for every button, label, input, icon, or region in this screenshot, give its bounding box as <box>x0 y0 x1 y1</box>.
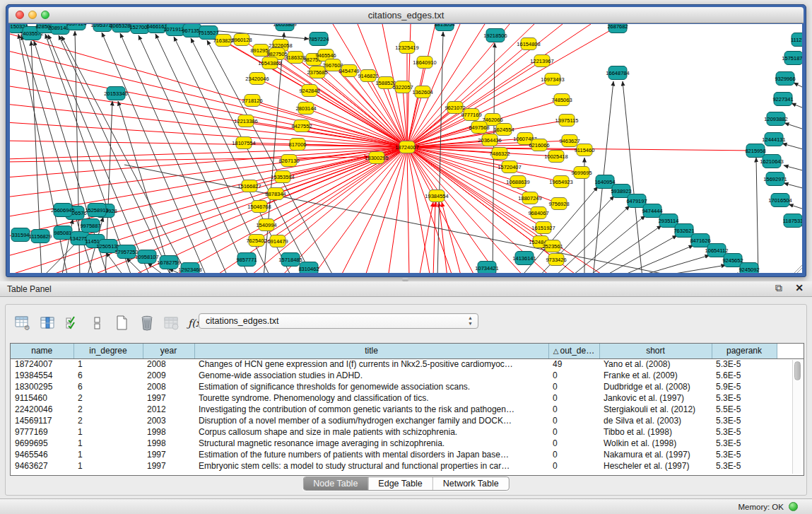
row-selection-button[interactable] <box>64 314 82 332</box>
network-node[interactable]: 8186328 <box>285 52 305 64</box>
network-node[interactable]: 15692971 <box>763 173 787 186</box>
network-node[interactable]: 17016504 <box>768 194 792 207</box>
tab-node-table[interactable]: Node Table <box>303 477 367 490</box>
network-node[interactable]: 15720407 <box>498 161 521 173</box>
window-resize-grip[interactable] <box>794 265 802 273</box>
network-node[interactable]: 19218506 <box>483 29 507 42</box>
network-node[interactable]: 10025418 <box>544 151 567 163</box>
network-node[interactable]: 2718126 <box>242 95 262 107</box>
network-node[interactable]: 16782759 <box>157 256 180 269</box>
network-node[interactable]: 8427552 <box>291 120 312 132</box>
network-node[interactable]: 16053809 <box>273 24 296 31</box>
network-node[interactable]: 1540994 <box>256 219 276 231</box>
network-node[interactable]: 16151927 <box>531 222 555 234</box>
column-header-year[interactable]: year <box>143 344 194 358</box>
network-node[interactable]: 7486322 <box>489 148 510 160</box>
select-columns-button[interactable] <box>39 314 57 332</box>
network-node[interactable]: 9756928 <box>548 198 569 210</box>
network-node[interactable]: 7857224 <box>308 33 329 46</box>
network-node[interactable]: 9537124 <box>66 24 86 30</box>
network-node[interactable]: 8813054 <box>434 24 454 31</box>
network-node[interactable]: 10958107 <box>135 250 158 264</box>
table-row[interactable]: 1456911722003Disruption of a novel membe… <box>11 415 804 426</box>
network-node[interactable]: 9857771 <box>236 253 257 267</box>
network-node[interactable]: 18107554 <box>232 137 255 149</box>
network-node[interactable]: 12923468 <box>178 263 201 274</box>
network-node[interactable]: 8878344 <box>265 188 286 200</box>
network-node[interactable]: 12093882 <box>764 112 787 126</box>
network-node[interactable]: 6914479 <box>267 235 288 247</box>
network-node[interactable]: 1187533 <box>783 214 802 228</box>
table-row[interactable]: 1830029562008Estimation of significance … <box>11 381 804 392</box>
network-node[interactable]: 18807249 <box>518 192 541 204</box>
network-node[interactable]: 9463627 <box>559 135 579 147</box>
tab-edge-table[interactable]: Edge Table <box>367 477 432 490</box>
network-node[interactable]: 15353594 <box>271 171 294 183</box>
network-node[interactable]: 6497568 <box>469 122 489 134</box>
network-node[interactable]: 15751874 <box>782 52 802 65</box>
network-node[interactable]: 7485063 <box>551 94 572 106</box>
network-node[interactable]: 15258913 <box>85 204 108 217</box>
table-row[interactable]: 977716911998Corpus callosum shape and si… <box>11 426 804 438</box>
network-node[interactable]: 18640910 <box>413 57 436 69</box>
network-node[interactable]: 9242848 <box>299 85 319 97</box>
network-node[interactable]: 9474444 <box>642 204 662 218</box>
network-node[interactable]: 16154808 <box>517 38 540 50</box>
table-row[interactable]: 969969511998Structural magnetic resonanc… <box>11 438 804 449</box>
network-node[interactable]: 13975115 <box>555 115 579 127</box>
network-node[interactable]: 6322057 <box>392 81 413 93</box>
network-node[interactable]: 8215958 <box>745 144 765 158</box>
column-header-title[interactable]: title <box>194 344 548 358</box>
network-node[interactable]: 8471626 <box>690 234 710 247</box>
network-node[interactable]: 10688639 <box>506 176 529 188</box>
network-node[interactable]: 9684067 <box>528 207 548 219</box>
network-node[interactable]: 8310462 <box>298 262 319 274</box>
network-node[interactable]: 9115460 <box>575 144 595 156</box>
network-node[interactable]: 6216066 <box>529 139 549 151</box>
network-node[interactable]: 8454749 <box>339 65 359 77</box>
network-node[interactable]: 23420046 <box>245 73 269 85</box>
network-node[interactable]: 2803144 <box>295 103 316 115</box>
network-node[interactable]: 7625402 <box>246 235 266 247</box>
column-header-in_degree[interactable]: in_degree <box>73 344 143 358</box>
network-node[interactable]: 8267130 <box>278 155 299 167</box>
table-select-dropdown[interactable]: citations_edges.txt ▲▼ <box>199 313 478 329</box>
column-header-name[interactable]: name <box>11 344 73 358</box>
network-node[interactable]: 25606945 <box>51 204 74 217</box>
table-row[interactable]: 946362711997Embryonic stem cells: a mode… <box>11 460 804 472</box>
table-row[interactable]: 946554611997Estimation of the future num… <box>11 449 804 460</box>
network-node[interactable]: 8960128 <box>231 34 252 46</box>
network-node[interactable]: 2687682 <box>607 24 628 33</box>
network-node[interactable]: 15166827 <box>237 180 261 192</box>
memory-status-indicator-icon[interactable] <box>789 502 798 511</box>
network-node[interactable]: 9245092 <box>739 263 759 274</box>
table-row[interactable]: 1872400712008Changes of HCN gene express… <box>11 358 804 370</box>
column-header-pagerank[interactable]: pagerank <box>712 344 777 358</box>
close-icon[interactable]: ✕ <box>795 282 804 293</box>
network-node[interactable]: 331594 <box>11 228 30 242</box>
delete-table-disabled-button[interactable] <box>163 314 181 332</box>
network-node[interactable]: 16648784 <box>606 66 629 80</box>
network-window-titlebar[interactable]: citations_edges.txt <box>8 7 804 23</box>
network-node[interactable]: 12444131 <box>762 133 785 146</box>
tab-network-table[interactable]: Network Table <box>433 477 509 490</box>
network-node[interactable]: 9777169 <box>461 109 481 121</box>
column-header-short[interactable]: short <box>599 344 712 358</box>
table-row[interactable]: 1938455462009Genome-wide association stu… <box>11 370 804 381</box>
network-node[interactable]: 14136141 <box>512 252 536 265</box>
network-node[interactable]: 1624554 <box>493 124 514 136</box>
delete-trash-button[interactable] <box>138 314 156 332</box>
float-window-icon[interactable]: ⧉ <box>775 282 782 294</box>
network-node[interactable]: 9733426 <box>546 254 566 266</box>
network-node[interactable]: 9227341 <box>772 93 793 106</box>
network-canvas[interactable]: 9150324140355728285041208914069537124109… <box>10 24 802 273</box>
network-node[interactable]: 7632621 <box>673 224 694 238</box>
network-node[interactable]: 9329966 <box>775 72 795 86</box>
network-node[interactable]: 1362604 <box>412 86 433 98</box>
network-node[interactable]: 7163822 <box>213 35 233 47</box>
network-node[interactable]: 2523561 <box>542 240 563 252</box>
network-node[interactable]: 15718485 <box>278 253 302 267</box>
network-node[interactable]: 9699695 <box>571 167 592 179</box>
network-node[interactable]: 10734421 <box>475 262 498 274</box>
table-row[interactable]: 911546021997Tourette syndrome. Phenomeno… <box>11 392 804 404</box>
